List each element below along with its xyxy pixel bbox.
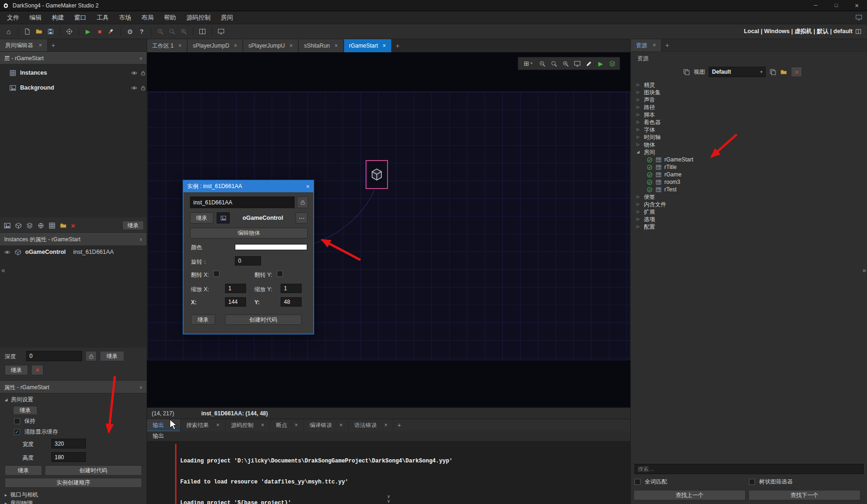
y-input[interactable]: 48 <box>281 297 302 307</box>
debug-target-button[interactable] <box>63 26 75 37</box>
collapse-left-panel-handle[interactable]: « <box>1 267 5 273</box>
add-output-tab-button[interactable]: + <box>394 422 405 428</box>
close-icon[interactable]: × <box>216 422 219 428</box>
dialog-inherit-bottom-button[interactable]: 继承 <box>191 315 215 325</box>
eye-icon[interactable] <box>4 249 11 256</box>
tab-rgamestart[interactable]: rGameStart× <box>344 39 391 52</box>
close-icon[interactable]: × <box>39 42 42 48</box>
room-settings-row[interactable]: ◢ 房间设置 <box>5 396 33 404</box>
tab-room-editor[interactable]: 房间编辑器 × <box>0 39 48 51</box>
add-tile-layer-button[interactable] <box>26 222 33 229</box>
edit-room-button[interactable] <box>583 58 595 69</box>
instance-properties-dialog[interactable]: 实例 : inst_61D661AA × inst_61D661AA 继承 oG… <box>183 180 314 334</box>
laptop-mode-button[interactable] <box>215 26 227 37</box>
tab-syntax-errors[interactable]: 语法错误× <box>349 419 394 432</box>
find-previous-button[interactable]: 查找上一个 <box>634 490 746 500</box>
inherit-button[interactable]: 继承 <box>5 365 28 375</box>
layers-header[interactable]: 层 - rGameStart ∨ <box>0 52 147 64</box>
clear-display-buffer-checkbox[interactable]: ✓ <box>14 429 20 435</box>
menu-item-layout[interactable]: 布局 <box>136 14 159 22</box>
run-room-button[interactable]: ▶ <box>595 58 606 69</box>
open-project-button[interactable] <box>33 26 45 37</box>
depth-lock-button[interactable] <box>85 351 97 361</box>
tree-item-sounds[interactable]: ▷声音 <box>631 96 867 104</box>
close-icon[interactable]: × <box>171 422 175 428</box>
canvas-zoom-in-button[interactable] <box>560 58 571 69</box>
instance-properties-header[interactable]: Instances 的属性 - rGameStart ∨ <box>0 233 147 246</box>
close-icon[interactable]: × <box>261 422 264 428</box>
build-target-bar[interactable]: Local | Windows | 虚拟机 | 默认 | default <box>744 28 853 35</box>
edit-object-button[interactable]: 编辑物体 <box>190 228 308 238</box>
room-physics-row[interactable]: ▸ 房间物理 <box>5 499 33 504</box>
zoom-reset-button[interactable] <box>166 26 178 37</box>
close-icon[interactable]: × <box>234 43 237 49</box>
close-icon[interactable]: × <box>295 422 298 428</box>
menu-item-help[interactable]: 帮助 <box>159 14 181 22</box>
delete-view-button[interactable]: × <box>791 67 802 77</box>
lock-icon[interactable] <box>140 85 146 91</box>
expand-output-chevron[interactable]: ∨ ∨ <box>387 494 390 504</box>
tree-item-room-rtitle[interactable]: rTitle <box>631 163 867 171</box>
clean-button[interactable] <box>106 26 117 37</box>
flip-y-checkbox[interactable] <box>277 271 283 277</box>
tab-breakpoints[interactable]: 断点× <box>270 419 304 432</box>
help-button[interactable]: ? <box>136 26 148 37</box>
persist-checkbox[interactable] <box>14 418 20 424</box>
creation-code-button[interactable]: 创建时代码 <box>45 465 142 476</box>
canvas-zoom-out-button[interactable] <box>536 58 548 69</box>
tree-item-room-room3[interactable]: room3 <box>631 178 867 186</box>
maximize-button[interactable]: □ <box>826 0 846 11</box>
split-view-button[interactable] <box>197 26 208 37</box>
choose-object-button[interactable]: ⋯ <box>296 212 308 224</box>
menu-item-room[interactable]: 房间 <box>216 14 238 22</box>
width-input[interactable]: 320 <box>51 439 86 448</box>
add-background-layer-button[interactable] <box>4 222 11 229</box>
close-icon[interactable]: × <box>335 43 338 49</box>
tree-item-paths[interactable]: ▷路径 <box>631 104 867 111</box>
add-panel-tab-button[interactable]: + <box>48 42 59 49</box>
tab-search-results[interactable]: 搜索结果× <box>181 419 226 432</box>
layer-row-instances[interactable]: Instances <box>0 66 147 79</box>
tree-item-notes[interactable]: ▷便签 <box>631 193 867 201</box>
menu-item-file[interactable]: 文件 <box>2 14 24 22</box>
tree-item-shaders[interactable]: ▷着色器 <box>631 119 867 126</box>
close-icon[interactable]: × <box>653 42 656 48</box>
tree-item-room-rtest[interactable]: rTest <box>631 186 867 193</box>
instance-creation-order-button[interactable]: 实例创建顺序 <box>5 478 142 488</box>
tree-item-rooms[interactable]: ◢房间 <box>631 148 867 156</box>
close-icon[interactable]: × <box>306 183 310 189</box>
close-icon[interactable]: × <box>384 422 388 428</box>
tree-item-options[interactable]: ▷选项 <box>631 216 867 223</box>
height-input[interactable]: 180 <box>51 452 86 462</box>
viewports-row[interactable]: ▸ 视口与相机 <box>5 491 38 499</box>
close-button[interactable]: × <box>846 0 867 11</box>
add-layer-folder-button[interactable] <box>60 222 67 229</box>
layer-visibility-button[interactable] <box>606 58 618 69</box>
tab-resources[interactable]: 资源 × <box>631 39 662 51</box>
scale-x-input[interactable]: 1 <box>225 284 246 293</box>
add-path-layer-button[interactable] <box>37 222 44 229</box>
add-document-tab-button[interactable]: + <box>392 42 403 49</box>
menu-item-source-control[interactable]: 源码控制 <box>181 14 216 22</box>
add-effect-layer-button[interactable] <box>49 222 56 229</box>
delete-inherit-button[interactable]: × <box>31 365 43 375</box>
whole-word-checkbox[interactable] <box>634 479 641 485</box>
fullscreen-preview-button[interactable] <box>571 58 583 69</box>
delete-layer-button[interactable]: × <box>71 222 75 229</box>
stop-button[interactable]: ■ <box>94 26 106 37</box>
close-icon[interactable]: × <box>383 43 386 49</box>
add-panel-tab-button[interactable]: + <box>662 42 673 49</box>
folder-view-icon[interactable] <box>780 69 787 76</box>
duplicate-view-icon[interactable] <box>683 69 690 76</box>
eye-icon[interactable] <box>131 84 138 91</box>
lock-icon[interactable] <box>140 70 146 76</box>
tree-item-fonts[interactable]: ▷字体 <box>631 126 867 133</box>
selected-instance-sprite[interactable] <box>366 161 388 189</box>
room-inherit-button[interactable]: 继承 <box>13 406 37 415</box>
add-instance-layer-button[interactable] <box>15 222 22 229</box>
zoom-out-button[interactable] <box>155 26 166 37</box>
output-sub-label[interactable]: 输出 <box>153 432 164 440</box>
tree-item-configs[interactable]: ▷配置 <box>631 223 867 231</box>
color-swatch[interactable] <box>235 244 307 250</box>
canvas-zoom-fit-button[interactable] <box>548 58 560 69</box>
